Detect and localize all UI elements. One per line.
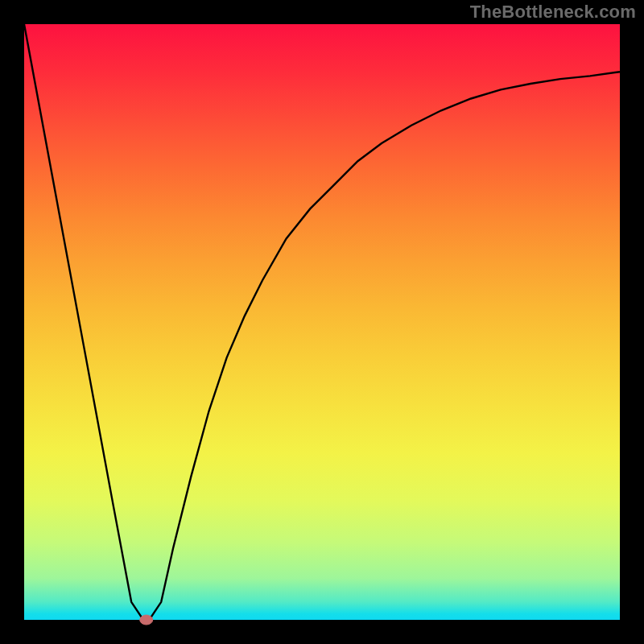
curve-path: [24, 24, 620, 620]
optimal-marker: [140, 615, 153, 625]
plot-area: [24, 24, 620, 620]
bottleneck-curve: [24, 24, 620, 620]
watermark-text: TheBottleneck.com: [470, 2, 636, 23]
chart-frame: TheBottleneck.com: [0, 0, 644, 644]
